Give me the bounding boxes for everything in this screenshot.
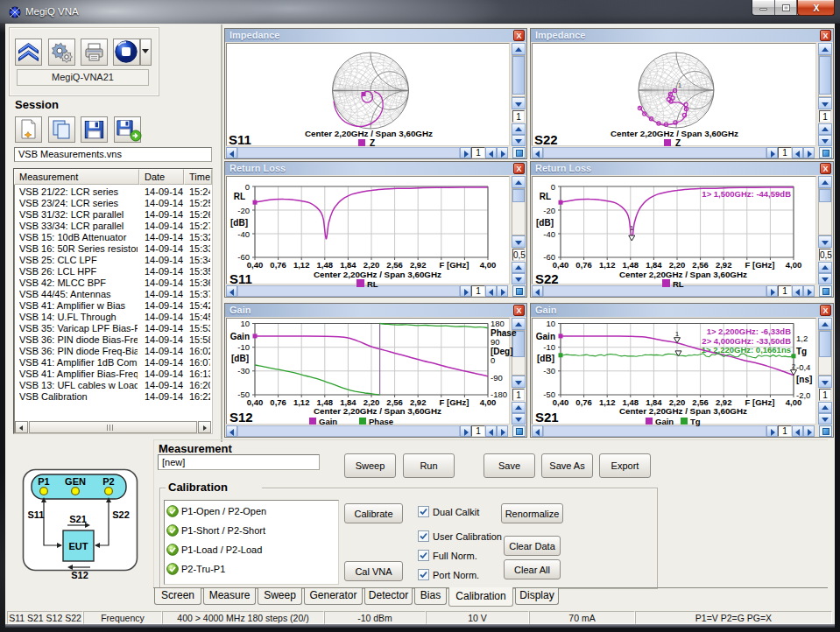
svg-text:P1: P1	[38, 476, 49, 487]
svg-text:S11: S11	[28, 509, 45, 520]
svg-text:S22: S22	[112, 509, 130, 520]
svg-text:S12: S12	[71, 570, 88, 580]
svg-text:EUT: EUT	[69, 541, 88, 551]
svg-text:S21: S21	[69, 514, 87, 524]
svg-text:GEN: GEN	[65, 476, 86, 487]
svg-text:P2: P2	[102, 476, 114, 487]
